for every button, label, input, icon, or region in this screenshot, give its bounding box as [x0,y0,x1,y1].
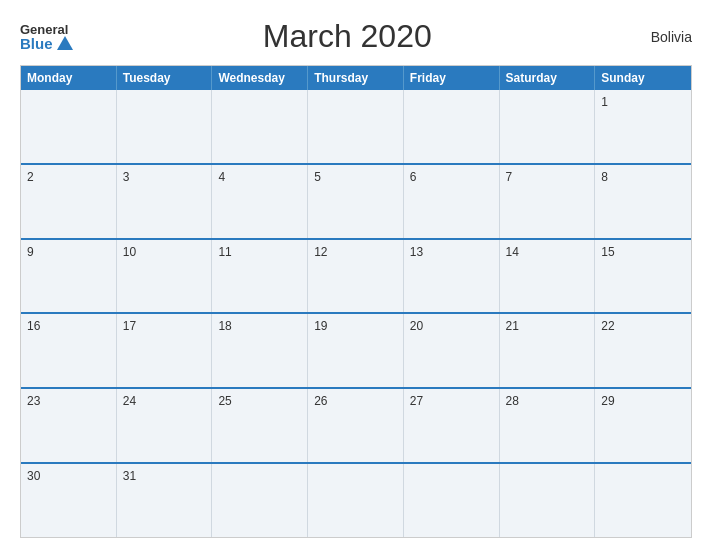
day-number: 22 [601,319,614,333]
calendar-cell: 5 [308,165,404,238]
calendar-cell: 15 [595,240,691,313]
calendar-cell: 11 [212,240,308,313]
calendar-cell: 3 [117,165,213,238]
calendar-cell: 30 [21,464,117,537]
day-number: 31 [123,469,136,483]
calendar-cell: 8 [595,165,691,238]
day-number: 11 [218,245,231,259]
calendar-cell: 23 [21,389,117,462]
day-number: 6 [410,170,417,184]
calendar-grid: MondayTuesdayWednesdayThursdayFridaySatu… [20,65,692,538]
calendar-cell [404,90,500,163]
day-number: 26 [314,394,327,408]
header-cell-tuesday: Tuesday [117,66,213,90]
day-number: 23 [27,394,40,408]
calendar-cell: 17 [117,314,213,387]
day-number: 4 [218,170,225,184]
calendar-row-5: 3031 [21,462,691,537]
calendar-cell: 14 [500,240,596,313]
calendar-cell: 19 [308,314,404,387]
calendar-row-0: 1 [21,90,691,163]
day-number: 12 [314,245,327,259]
day-number: 1 [601,95,608,109]
calendar-cell [117,90,213,163]
day-number: 18 [218,319,231,333]
day-number: 3 [123,170,130,184]
day-number: 8 [601,170,608,184]
header-cell-thursday: Thursday [308,66,404,90]
day-number: 10 [123,245,136,259]
header-cell-monday: Monday [21,66,117,90]
calendar-cell: 6 [404,165,500,238]
day-number: 17 [123,319,136,333]
calendar-title: March 2020 [73,18,622,55]
calendar-cell: 12 [308,240,404,313]
calendar-cell: 22 [595,314,691,387]
calendar-cell [595,464,691,537]
calendar-cell: 10 [117,240,213,313]
calendar-cell: 29 [595,389,691,462]
day-number: 27 [410,394,423,408]
calendar-cell: 18 [212,314,308,387]
calendar-cell: 13 [404,240,500,313]
header-cell-wednesday: Wednesday [212,66,308,90]
calendar-cell: 1 [595,90,691,163]
calendar-cell: 20 [404,314,500,387]
calendar-cell: 31 [117,464,213,537]
day-number: 15 [601,245,614,259]
day-number: 28 [506,394,519,408]
calendar-cell [308,90,404,163]
logo-general-text: General [20,23,68,36]
calendar-cell: 27 [404,389,500,462]
calendar-cell [212,90,308,163]
day-number: 19 [314,319,327,333]
day-number: 16 [27,319,40,333]
calendar-cell: 7 [500,165,596,238]
day-number: 2 [27,170,34,184]
day-number: 24 [123,394,136,408]
day-number: 13 [410,245,423,259]
day-number: 5 [314,170,321,184]
calendar-cell: 24 [117,389,213,462]
calendar-cell: 25 [212,389,308,462]
day-number: 21 [506,319,519,333]
calendar-cell [212,464,308,537]
calendar-body: 1234567891011121314151617181920212223242… [21,90,691,537]
header-cell-sunday: Sunday [595,66,691,90]
logo: General Blue [20,23,73,51]
logo-triangle-icon [57,36,73,50]
calendar-row-2: 9101112131415 [21,238,691,313]
calendar-cell: 4 [212,165,308,238]
logo-blue-text: Blue [20,36,73,51]
calendar-cell [404,464,500,537]
calendar-cell: 2 [21,165,117,238]
calendar-cell: 26 [308,389,404,462]
header-cell-saturday: Saturday [500,66,596,90]
calendar-cell [500,464,596,537]
calendar-header-row: MondayTuesdayWednesdayThursdayFridaySatu… [21,66,691,90]
day-number: 25 [218,394,231,408]
calendar-cell [500,90,596,163]
calendar-page: General Blue March 2020 Bolivia MondayTu… [0,0,712,550]
day-number: 7 [506,170,513,184]
calendar-row-1: 2345678 [21,163,691,238]
calendar-cell [21,90,117,163]
day-number: 14 [506,245,519,259]
day-number: 9 [27,245,34,259]
calendar-cell: 9 [21,240,117,313]
country-label: Bolivia [622,29,692,45]
day-number: 29 [601,394,614,408]
header-cell-friday: Friday [404,66,500,90]
header: General Blue March 2020 Bolivia [20,18,692,55]
calendar-cell: 16 [21,314,117,387]
day-number: 30 [27,469,40,483]
calendar-cell: 21 [500,314,596,387]
calendar-row-4: 23242526272829 [21,387,691,462]
calendar-cell [308,464,404,537]
calendar-cell: 28 [500,389,596,462]
calendar-row-3: 16171819202122 [21,312,691,387]
day-number: 20 [410,319,423,333]
